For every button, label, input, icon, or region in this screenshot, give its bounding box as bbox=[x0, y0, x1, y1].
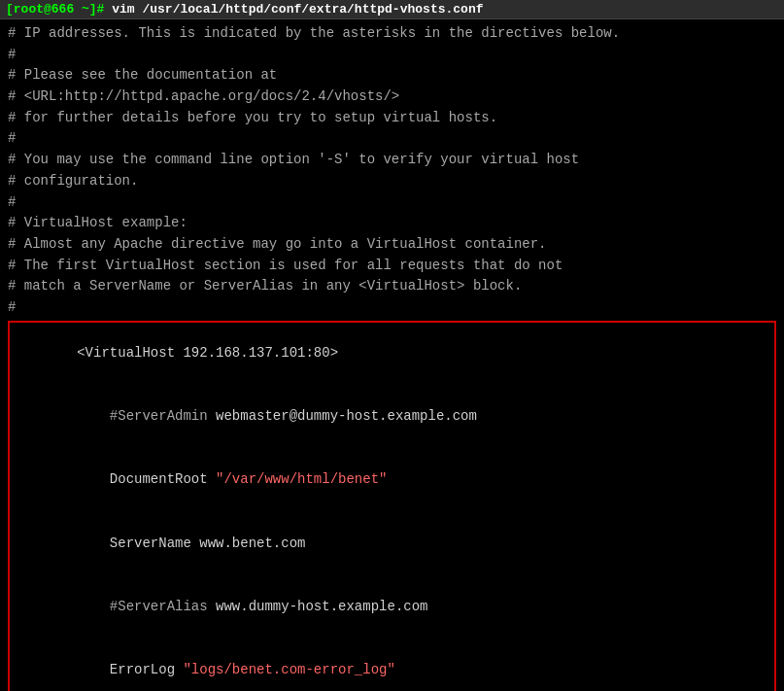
vhost-block-1: <VirtualHost 192.168.137.101:80> #Server… bbox=[8, 321, 776, 691]
vhost1-server-name: ServerName www.benet.com bbox=[12, 512, 772, 575]
terminal-title-bar: [root@666 ~]# vim /usr/local/httpd/conf/… bbox=[0, 0, 784, 19]
comment-line-5: # for further details before you try to … bbox=[8, 108, 776, 129]
vim-command: vim /usr/local/httpd/conf/extra/httpd-vh… bbox=[104, 2, 483, 17]
comment-line-12: # The first VirtualHost section is used … bbox=[8, 256, 776, 277]
terminal-content: # IP addresses. This is indicated by the… bbox=[0, 19, 784, 691]
comment-line-14: # bbox=[8, 297, 776, 319]
vhost1-doc-root: DocumentRoot "/var/www/html/benet" bbox=[12, 449, 772, 512]
comment-line-3: # Please see the documentation at bbox=[8, 65, 776, 86]
shell-prompt: [root@666 ~]# bbox=[6, 2, 104, 17]
comment-line-4: # <URL:http://httpd.apache.org/docs/2.4/… bbox=[8, 86, 776, 108]
comment-line-8: # configuration. bbox=[8, 171, 776, 192]
vhost1-open-tag: <VirtualHost 192.168.137.101:80> bbox=[12, 323, 772, 386]
comment-line-2: # bbox=[8, 45, 776, 66]
vhost1-server-admin: #ServerAdmin webmaster@dummy-host.exampl… bbox=[12, 386, 772, 449]
comment-line-9: # bbox=[8, 192, 776, 214]
comment-line-7: # You may use the command line option '-… bbox=[8, 150, 776, 171]
vhost1-server-alias: #ServerAlias www.dummy-host.example.com bbox=[12, 575, 772, 639]
comment-line-6: # bbox=[8, 128, 776, 150]
comment-line-1: # IP addresses. This is indicated by the… bbox=[8, 23, 776, 45]
vhost1-error-log: ErrorLog "logs/benet.com-error_log" bbox=[12, 639, 772, 691]
terminal-window: [root@666 ~]# vim /usr/local/httpd/conf/… bbox=[0, 0, 784, 691]
comment-line-10: # VirtualHost example: bbox=[8, 213, 776, 234]
comment-line-13: # match a ServerName or ServerAlias in a… bbox=[8, 276, 776, 297]
comment-line-11: # Almost any Apache directive may go int… bbox=[8, 234, 776, 256]
